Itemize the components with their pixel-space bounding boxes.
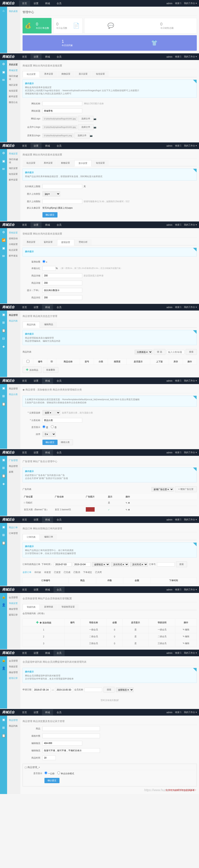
workbench[interactable]: 我的工作台 ▾ [184, 651, 197, 654]
nav[interactable]: 会员 [53, 143, 65, 149]
nav[interactable]: 商城 [42, 54, 53, 60]
icon[interactable]: ⊞ [2, 726, 5, 730]
lock-icon[interactable]: 🔒 [2, 595, 5, 599]
badge[interactable]: 收据 1 [175, 451, 181, 454]
edit-link[interactable]: ✎ 编辑 [175, 633, 197, 640]
icon[interactable]: ▣ [2, 70, 5, 74]
icon[interactable]: ▣ [2, 159, 5, 163]
workbench[interactable]: 我的工作台 ▾ [184, 588, 197, 591]
status-tab[interactable]: 已取消 [73, 571, 80, 574]
nav[interactable]: 首页 [19, 378, 30, 384]
badge[interactable]: 收据 1 [175, 223, 181, 226]
icon[interactable]: 📋 [2, 734, 5, 738]
sub[interactable]: 广告管理 [8, 458, 19, 463]
user[interactable]: admin [166, 306, 172, 309]
nav-mall[interactable]: 商城 [42, 0, 53, 6]
nav[interactable]: 首页 [19, 304, 30, 310]
wifi-icon[interactable]: 📶 [2, 238, 5, 242]
add-product-btn[interactable]: ✚添加商品 [23, 367, 42, 373]
sub[interactable]: 邮件设置 [8, 177, 19, 183]
badge[interactable]: 收据 1 [175, 379, 181, 382]
checkbox[interactable] [27, 360, 29, 363]
user-label[interactable]: admin [166, 2, 172, 5]
date2[interactable] [55, 688, 73, 692]
card-today-visits[interactable]: 1今日访问量 👕 [23, 35, 197, 51]
status-tab[interactable]: 全部订单 [23, 571, 31, 574]
input[interactable] [42, 726, 100, 731]
filter-select[interactable]: 分类筛选 ▾ [135, 350, 152, 354]
sub[interactable]: 商品分类 [8, 392, 19, 397]
sub-item[interactable]: SEO关键词 [8, 73, 19, 82]
sub[interactable]: 商品管理 [8, 717, 19, 723]
workbench[interactable]: 我的工作台 ▾ [184, 306, 197, 309]
input[interactable] [42, 734, 100, 738]
tab[interactable]: 站点设置 [23, 71, 40, 77]
nav[interactable]: 设置 [31, 709, 42, 715]
nav[interactable]: 商城 [42, 378, 53, 384]
badge[interactable]: 收据 1 [175, 306, 181, 309]
sub-item[interactable]: 邮件设置 [8, 94, 19, 99]
nav[interactable]: 会员 [53, 517, 65, 523]
badge[interactable]: 收据 1 [175, 144, 181, 147]
select[interactable]: jpg ▾ [42, 191, 60, 196]
pay-select[interactable]: 支付方式 ▾ [111, 562, 129, 567]
icon[interactable]: ✉ [2, 167, 5, 171]
nav[interactable]: 会员 [53, 378, 65, 384]
site-name-input[interactable] [42, 101, 82, 106]
sub[interactable]: 地区设置 [8, 165, 19, 171]
sub[interactable]: 等级设置 [8, 664, 19, 670]
sub[interactable]: 新闻 [8, 469, 19, 475]
sub-item[interactable]: 地区设置 [8, 82, 19, 88]
date1[interactable] [33, 688, 50, 692]
ops[interactable]: ✎ ✖ [126, 508, 130, 511]
nav[interactable]: 商城 [42, 143, 53, 149]
nav[interactable]: 会员 [53, 450, 65, 456]
icon[interactable]: ▣ [2, 458, 5, 462]
input[interactable] [42, 755, 56, 760]
sub[interactable]: 分销设置 [8, 241, 19, 247]
icon[interactable]: ⊞ [2, 394, 5, 398]
icon[interactable]: ▣ [2, 718, 5, 722]
nav[interactable]: 首页 [19, 517, 30, 523]
tab[interactable]: 购物设置 [57, 160, 74, 166]
badge[interactable]: 收据 1 [175, 711, 181, 714]
sub[interactable]: 商品列表 [8, 318, 19, 324]
nav[interactable]: 设置 [31, 378, 42, 384]
card-today-sales[interactable]: 💬 0今日销售总额 [84, 18, 197, 33]
nav[interactable]: 会员 [53, 222, 65, 228]
user[interactable]: admin [166, 711, 172, 714]
icon[interactable]: ⊟ [2, 337, 5, 341]
nav[interactable]: 首页 [19, 143, 30, 149]
sub-item[interactable]: 短信设置 [8, 88, 19, 94]
parent-select[interactable]: 全部 ▾ [42, 410, 60, 415]
nav[interactable]: 设置 [31, 450, 42, 456]
sub[interactable]: 商城设置 [8, 151, 19, 157]
workbench[interactable]: 我的工作台 ▾ [184, 518, 197, 521]
icon[interactable]: ✉ [2, 78, 5, 82]
icon[interactable]: 📋 [2, 541, 5, 545]
tab[interactable]: 营销分析 [75, 239, 91, 245]
sub[interactable]: 会员管理 [8, 658, 19, 664]
radio[interactable]: 一口价 [44, 771, 54, 775]
nav[interactable]: 商城 [42, 709, 53, 715]
workbench[interactable]: 我的工作台 ▾ [184, 711, 197, 714]
orderno-input[interactable] [157, 562, 175, 566]
icon[interactable]: ⊞ [2, 466, 5, 470]
keyword-input[interactable] [167, 350, 185, 354]
nav[interactable]: 商城 [42, 304, 53, 310]
icon[interactable]: ▣ [2, 246, 5, 250]
nav[interactable]: 设置 [31, 222, 42, 228]
pos-select[interactable]: 新增广告位置 ▾ [152, 487, 173, 492]
tab[interactable]: 站点设置 [23, 160, 39, 166]
sub[interactable]: 站点设置 [8, 247, 19, 253]
deliver-select[interactable]: 支付方式 ▾ [130, 562, 148, 567]
tab[interactable]: 显示设置 [74, 160, 91, 166]
tab[interactable]: 返利设置 [40, 239, 56, 245]
sub[interactable]: 佣金管理 [8, 670, 19, 675]
card-today-members[interactable]: 0今日会员数 📄 [53, 18, 83, 33]
status-tab[interactable]: 待发货 [44, 571, 51, 574]
tab[interactable]: 订单列表 [23, 534, 40, 540]
workbench[interactable]: 我的工作台 ▾ [184, 55, 197, 58]
icon[interactable]: 👤 [2, 603, 5, 607]
camera-icon[interactable]: 📷 [93, 118, 96, 120]
